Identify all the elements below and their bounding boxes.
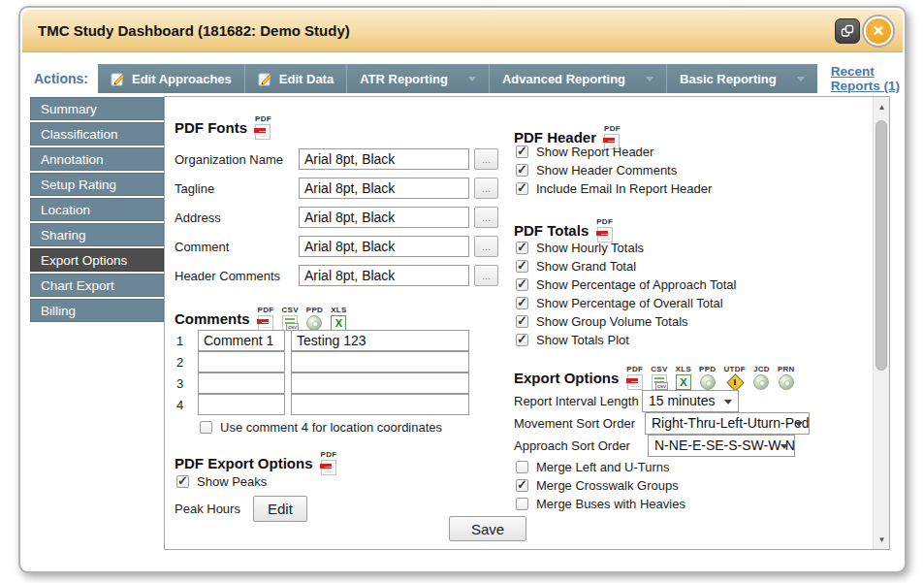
use-comment-4-checkbox[interactable] [200, 421, 212, 434]
organization-name-font-input[interactable] [299, 148, 469, 170]
show-totals-plot-checkbox[interactable] [516, 334, 528, 346]
pdf-totals-pdf-icon[interactable]: PDF [596, 217, 613, 243]
export-xls-icon[interactable]: XLS X [676, 365, 691, 390]
merge-buses-heavies-row: Merge Buses with Heavies [516, 497, 685, 511]
comment-4-text-input[interactable] [291, 394, 469, 415]
merge-left-uturns-checkbox[interactable] [516, 461, 528, 473]
ppd-disc-icon [700, 374, 716, 390]
sidebar-item-chart-export[interactable]: Chart Export [30, 274, 164, 297]
header-comments-font-browse-button[interactable]: ... [474, 265, 498, 286]
close-button[interactable]: ✕ [864, 16, 893, 46]
header-comments-font-input[interactable] [299, 265, 469, 286]
pdf-fonts-section-header: PDF Fonts PDF [175, 111, 271, 136]
recent-reports-link[interactable]: Recent Reports (1) [831, 64, 905, 93]
comment-font-input[interactable] [299, 236, 469, 257]
export-options-section-header: Export Options PDF CSV XLS X PPD UTDF [514, 361, 795, 386]
merge-crosswalk-groups-row: Merge Crosswalk Groups [516, 478, 679, 493]
export-jcd-icon[interactable]: JCD [753, 365, 770, 390]
show-hourly-totals-row: Show Hourly Totals [516, 241, 644, 255]
sidebar-item-sharing[interactable]: Sharing [30, 223, 164, 246]
scrollbar-thumb[interactable] [876, 120, 887, 371]
show-report-header-checkbox[interactable] [516, 146, 528, 158]
movement-sort-order-select[interactable]: Right-Thru-Left-Uturn-Peds [645, 412, 810, 435]
peak-hours-row: Peak Hours Edit [175, 495, 307, 522]
merge-buses-heavies-checkbox[interactable] [516, 498, 528, 510]
comment-2-name-input[interactable] [198, 351, 285, 372]
comments-pdf-export-icon[interactable]: PDF [258, 306, 274, 331]
font-row-tagline: Tagline ... [175, 174, 498, 203]
close-icon: ✕ [873, 22, 885, 40]
show-report-header-row: Show Report Header [516, 145, 653, 159]
comments-csv-export-icon[interactable]: CSV [281, 306, 298, 331]
xls-file-icon: X [331, 315, 346, 331]
advanced-reporting-menu-button[interactable]: Advanced Reporting [490, 64, 667, 93]
export-pdf-icon[interactable]: PDF [626, 365, 643, 390]
pdf-header-section-header: PDF Header PDF [514, 120, 621, 146]
sidebar-item-location[interactable]: Location [30, 198, 164, 221]
edit-data-button[interactable]: Edit Data [245, 64, 347, 93]
comment-row-3: 3 [176, 372, 469, 394]
comment-1-text-input[interactable] [291, 330, 469, 351]
sidebar-item-setup-rating[interactable]: Setup Rating [30, 173, 164, 196]
address-font-browse-button[interactable]: ... [474, 207, 498, 228]
comment-1-name-input[interactable] [198, 330, 285, 351]
pdf-fonts-heading: PDF Fonts [175, 119, 247, 136]
comment-2-text-input[interactable] [291, 351, 469, 372]
pdf-totals-section-header: PDF Totals PDF [514, 213, 613, 239]
tagline-font-input[interactable] [299, 178, 469, 199]
show-grand-total-checkbox[interactable] [516, 260, 528, 273]
comment-4-name-input[interactable] [198, 394, 285, 415]
sidebar-item-summary[interactable]: Summary [30, 97, 164, 120]
use-comment-4-row: Use comment 4 for location coordinates [200, 420, 442, 435]
actions-label: Actions: [34, 71, 88, 86]
font-row-address: Address ... [175, 203, 498, 232]
sidebar-item-annotation[interactable]: Annotation [30, 147, 164, 171]
save-button[interactable]: Save [449, 516, 526, 541]
atr-reporting-menu-button[interactable]: ATR Reporting [347, 64, 490, 93]
export-prn-icon[interactable]: PRN [778, 365, 795, 390]
tagline-font-browse-button[interactable]: ... [474, 178, 498, 199]
edit-approaches-button[interactable]: Edit Approaches [98, 64, 245, 93]
pdf-file-icon [321, 460, 336, 475]
chevron-down-icon [797, 77, 805, 81]
scroll-down-arrow-icon[interactable]: ▼ [874, 532, 890, 547]
include-email-checkbox[interactable] [516, 182, 528, 195]
comments-ppd-export-icon[interactable]: PPD [306, 306, 323, 331]
popout-window-button[interactable] [835, 18, 860, 44]
vertical-scrollbar[interactable]: ▲ ▼ [873, 97, 889, 549]
edit-icon [258, 72, 272, 86]
export-utdf-icon[interactable]: UTDF [723, 365, 746, 390]
pdf-fonts-pdf-export-icon[interactable]: PDF [255, 114, 271, 140]
sidebar-item-billing[interactable]: Billing [30, 299, 164, 322]
pdf-file-icon [627, 374, 643, 390]
export-ppd-icon[interactable]: PPD [699, 365, 716, 390]
address-font-input[interactable] [299, 207, 469, 228]
comment-font-browse-button[interactable]: ... [474, 236, 498, 257]
report-interval-length-select[interactable]: 15 minutes [642, 390, 739, 412]
popout-icon [841, 24, 854, 38]
merge-left-uturns-row: Merge Left and U-Turns [516, 460, 670, 474]
show-pct-overall-total-checkbox[interactable] [516, 297, 528, 309]
show-grand-total-row: Show Grand Total [516, 259, 636, 274]
sidebar-item-classification[interactable]: Classification [30, 122, 164, 146]
sidebar-item-export-options[interactable]: Export Options [30, 248, 164, 272]
approach-sort-order-select[interactable]: N-NE-E-SE-S-SW-W-NW [648, 435, 795, 457]
pdf-export-options-pdf-icon[interactable]: PDF [321, 450, 337, 475]
csv-file-icon [282, 315, 298, 331]
sidebar-nav: Summary Classification Annotation Setup … [30, 97, 164, 324]
pdf-export-options-section-header: PDF Export Options PDF [175, 446, 336, 471]
show-peaks-checkbox[interactable] [176, 475, 189, 488]
show-group-volume-totals-checkbox[interactable] [516, 315, 528, 328]
comment-3-text-input[interactable] [291, 372, 469, 394]
comments-xls-export-icon[interactable]: XLS X [331, 306, 346, 331]
organization-name-font-browse-button[interactable]: ... [474, 148, 498, 170]
show-hourly-totals-checkbox[interactable] [516, 242, 528, 254]
show-pct-approach-total-checkbox[interactable] [516, 278, 528, 291]
scroll-up-arrow-icon[interactable]: ▲ [874, 99, 890, 114]
peak-hours-edit-button[interactable]: Edit [253, 496, 307, 522]
merge-crosswalk-groups-checkbox[interactable] [516, 479, 528, 492]
comment-3-name-input[interactable] [198, 372, 285, 394]
export-csv-icon[interactable]: CSV [651, 365, 667, 390]
show-header-comments-checkbox[interactable] [516, 164, 528, 177]
basic-reporting-menu-button[interactable]: Basic Reporting [667, 64, 817, 93]
